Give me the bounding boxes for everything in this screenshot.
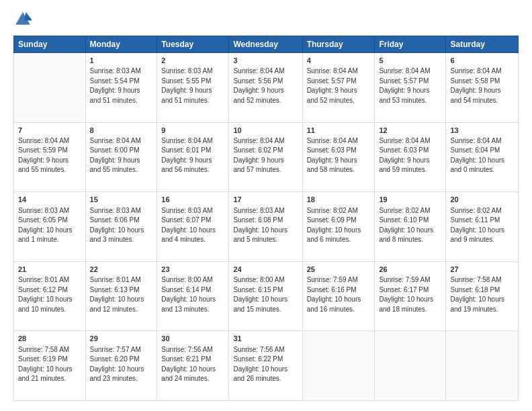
day-info: Sunrise: 8:01 AM Sunset: 6:12 PM Dayligh… xyxy=(18,275,81,314)
page: SundayMondayTuesdayWednesdayThursdayFrid… xyxy=(0,0,532,411)
day-info: Sunrise: 8:02 AM Sunset: 6:11 PM Dayligh… xyxy=(450,206,514,245)
calendar-header: SundayMondayTuesdayWednesdayThursdayFrid… xyxy=(14,36,519,53)
day-number: 30 xyxy=(161,334,224,344)
day-number: 3 xyxy=(233,56,298,66)
calendar-cell: 15Sunrise: 8:03 AM Sunset: 6:06 PM Dayli… xyxy=(85,192,157,262)
day-info: Sunrise: 8:04 AM Sunset: 5:57 PM Dayligh… xyxy=(379,66,441,105)
calendar-body: 1Sunrise: 8:03 AM Sunset: 5:54 PM Daylig… xyxy=(14,53,519,401)
day-info: Sunrise: 8:02 AM Sunset: 6:10 PM Dayligh… xyxy=(379,206,441,245)
day-number: 11 xyxy=(307,126,371,136)
day-info: Sunrise: 8:04 AM Sunset: 6:03 PM Dayligh… xyxy=(379,136,441,175)
calendar-cell: 9Sunrise: 8:04 AM Sunset: 6:01 PM Daylig… xyxy=(157,122,229,192)
day-info: Sunrise: 8:04 AM Sunset: 5:56 PM Dayligh… xyxy=(233,66,298,105)
calendar-table: SundayMondayTuesdayWednesdayThursdayFrid… xyxy=(13,36,519,401)
week-row-3: 14Sunrise: 8:03 AM Sunset: 6:05 PM Dayli… xyxy=(14,192,519,262)
logo-icon xyxy=(13,10,32,29)
calendar-cell: 2Sunrise: 8:03 AM Sunset: 5:55 PM Daylig… xyxy=(157,53,229,123)
calendar-cell xyxy=(446,331,519,401)
day-info: Sunrise: 8:03 AM Sunset: 6:08 PM Dayligh… xyxy=(233,206,298,245)
day-number: 1 xyxy=(90,56,153,66)
day-number: 15 xyxy=(90,195,153,205)
day-info: Sunrise: 8:04 AM Sunset: 6:04 PM Dayligh… xyxy=(450,136,514,175)
calendar-cell: 18Sunrise: 8:02 AM Sunset: 6:09 PM Dayli… xyxy=(302,192,375,262)
calendar-cell: 29Sunrise: 7:57 AM Sunset: 6:20 PM Dayli… xyxy=(85,331,157,401)
calendar-cell: 11Sunrise: 8:04 AM Sunset: 6:03 PM Dayli… xyxy=(302,122,375,192)
day-number: 24 xyxy=(233,265,298,275)
day-number: 9 xyxy=(161,126,224,136)
header xyxy=(13,10,519,29)
week-row-2: 7Sunrise: 8:04 AM Sunset: 5:59 PM Daylig… xyxy=(14,122,519,192)
column-header-friday: Friday xyxy=(375,36,446,53)
day-number: 8 xyxy=(90,126,153,136)
day-number: 22 xyxy=(90,265,153,275)
day-number: 25 xyxy=(307,265,371,275)
column-header-saturday: Saturday xyxy=(446,36,519,53)
calendar-cell: 1Sunrise: 8:03 AM Sunset: 5:54 PM Daylig… xyxy=(85,53,157,123)
day-info: Sunrise: 8:03 AM Sunset: 6:05 PM Dayligh… xyxy=(18,206,81,245)
day-info: Sunrise: 8:03 AM Sunset: 6:07 PM Dayligh… xyxy=(161,206,224,245)
column-header-sunday: Sunday xyxy=(14,36,86,53)
day-number: 6 xyxy=(450,56,514,66)
day-info: Sunrise: 7:59 AM Sunset: 6:16 PM Dayligh… xyxy=(307,275,371,314)
day-number: 5 xyxy=(379,56,441,66)
day-number: 16 xyxy=(161,195,224,205)
calendar-cell: 27Sunrise: 7:58 AM Sunset: 6:18 PM Dayli… xyxy=(446,261,519,331)
day-number: 13 xyxy=(450,126,514,136)
calendar-cell: 10Sunrise: 8:04 AM Sunset: 6:02 PM Dayli… xyxy=(229,122,302,192)
week-row-1: 1Sunrise: 8:03 AM Sunset: 5:54 PM Daylig… xyxy=(14,53,519,123)
day-number: 21 xyxy=(18,265,81,275)
day-info: Sunrise: 8:04 AM Sunset: 6:02 PM Dayligh… xyxy=(233,136,298,175)
day-info: Sunrise: 7:56 AM Sunset: 6:21 PM Dayligh… xyxy=(161,345,224,384)
day-info: Sunrise: 7:58 AM Sunset: 6:19 PM Dayligh… xyxy=(18,345,81,384)
day-info: Sunrise: 8:04 AM Sunset: 6:01 PM Dayligh… xyxy=(161,136,224,175)
calendar-cell: 24Sunrise: 8:00 AM Sunset: 6:15 PM Dayli… xyxy=(229,261,302,331)
calendar-cell: 22Sunrise: 8:01 AM Sunset: 6:13 PM Dayli… xyxy=(85,261,157,331)
logo xyxy=(13,10,35,29)
calendar-cell: 25Sunrise: 7:59 AM Sunset: 6:16 PM Dayli… xyxy=(302,261,375,331)
day-info: Sunrise: 8:03 AM Sunset: 6:06 PM Dayligh… xyxy=(90,206,153,245)
day-number: 7 xyxy=(18,126,81,136)
calendar-cell: 21Sunrise: 8:01 AM Sunset: 6:12 PM Dayli… xyxy=(14,261,86,331)
calendar-cell: 13Sunrise: 8:04 AM Sunset: 6:04 PM Dayli… xyxy=(446,122,519,192)
calendar-cell: 7Sunrise: 8:04 AM Sunset: 5:59 PM Daylig… xyxy=(14,122,86,192)
calendar-cell: 16Sunrise: 8:03 AM Sunset: 6:07 PM Dayli… xyxy=(157,192,229,262)
day-info: Sunrise: 8:04 AM Sunset: 5:58 PM Dayligh… xyxy=(450,66,514,105)
day-number: 4 xyxy=(307,56,371,66)
column-header-tuesday: Tuesday xyxy=(157,36,229,53)
day-number: 14 xyxy=(18,195,81,205)
day-number: 27 xyxy=(450,265,514,275)
calendar-cell: 4Sunrise: 8:04 AM Sunset: 5:57 PM Daylig… xyxy=(302,53,375,123)
day-number: 10 xyxy=(233,126,298,136)
day-info: Sunrise: 8:04 AM Sunset: 5:59 PM Dayligh… xyxy=(18,136,81,175)
day-number: 26 xyxy=(379,265,441,275)
day-info: Sunrise: 8:03 AM Sunset: 5:54 PM Dayligh… xyxy=(90,66,153,105)
day-number: 20 xyxy=(450,195,514,205)
calendar-cell: 3Sunrise: 8:04 AM Sunset: 5:56 PM Daylig… xyxy=(229,53,302,123)
day-info: Sunrise: 7:57 AM Sunset: 6:20 PM Dayligh… xyxy=(90,345,153,384)
calendar-cell xyxy=(14,53,86,123)
calendar-cell: 5Sunrise: 8:04 AM Sunset: 5:57 PM Daylig… xyxy=(375,53,446,123)
week-row-5: 28Sunrise: 7:58 AM Sunset: 6:19 PM Dayli… xyxy=(14,331,519,401)
calendar-cell: 28Sunrise: 7:58 AM Sunset: 6:19 PM Dayli… xyxy=(14,331,86,401)
day-info: Sunrise: 8:01 AM Sunset: 6:13 PM Dayligh… xyxy=(90,275,153,314)
calendar-cell: 20Sunrise: 8:02 AM Sunset: 6:11 PM Dayli… xyxy=(446,192,519,262)
day-info: Sunrise: 8:02 AM Sunset: 6:09 PM Dayligh… xyxy=(307,206,371,245)
calendar-cell: 31Sunrise: 7:56 AM Sunset: 6:22 PM Dayli… xyxy=(229,331,302,401)
day-info: Sunrise: 8:00 AM Sunset: 6:15 PM Dayligh… xyxy=(233,275,298,314)
svg-marker-2 xyxy=(24,12,32,20)
week-row-4: 21Sunrise: 8:01 AM Sunset: 6:12 PM Dayli… xyxy=(14,261,519,331)
day-info: Sunrise: 7:56 AM Sunset: 6:22 PM Dayligh… xyxy=(233,345,298,384)
calendar-cell: 26Sunrise: 7:59 AM Sunset: 6:17 PM Dayli… xyxy=(375,261,446,331)
day-number: 29 xyxy=(90,334,153,344)
calendar-cell: 17Sunrise: 8:03 AM Sunset: 6:08 PM Dayli… xyxy=(229,192,302,262)
calendar-cell: 8Sunrise: 8:04 AM Sunset: 6:00 PM Daylig… xyxy=(85,122,157,192)
calendar-cell: 23Sunrise: 8:00 AM Sunset: 6:14 PM Dayli… xyxy=(157,261,229,331)
calendar-cell: 19Sunrise: 8:02 AM Sunset: 6:10 PM Dayli… xyxy=(375,192,446,262)
day-number: 17 xyxy=(233,195,298,205)
day-info: Sunrise: 8:04 AM Sunset: 6:03 PM Dayligh… xyxy=(307,136,371,175)
day-info: Sunrise: 8:03 AM Sunset: 5:55 PM Dayligh… xyxy=(161,66,224,105)
calendar-cell: 6Sunrise: 8:04 AM Sunset: 5:58 PM Daylig… xyxy=(446,53,519,123)
calendar-cell xyxy=(375,331,446,401)
day-info: Sunrise: 8:04 AM Sunset: 5:57 PM Dayligh… xyxy=(307,66,371,105)
calendar-cell: 12Sunrise: 8:04 AM Sunset: 6:03 PM Dayli… xyxy=(375,122,446,192)
